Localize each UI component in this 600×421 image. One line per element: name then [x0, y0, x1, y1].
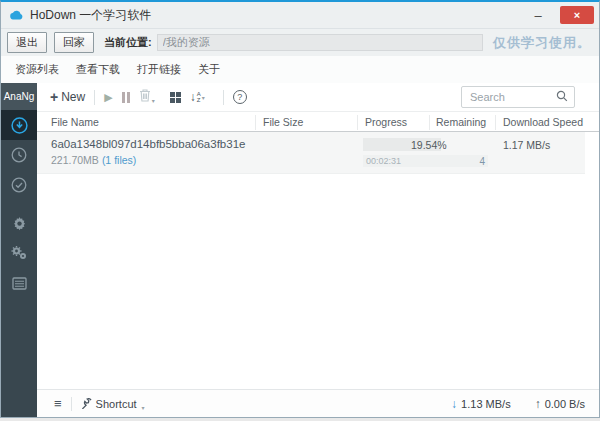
gears-icon — [11, 246, 28, 261]
main-content: + New ▶ ▾ ↓ AZ — [37, 83, 599, 417]
help-icon: ? — [233, 90, 247, 104]
location-field[interactable] — [157, 34, 483, 51]
new-task-label: New — [61, 90, 85, 104]
sort-az-icon: ↓ AZ — [190, 91, 201, 103]
gear-icon — [12, 216, 27, 231]
column-file-name[interactable]: File Name — [51, 116, 99, 128]
column-divider — [495, 115, 496, 130]
progress-substrip: 00:02:31 4 — [363, 155, 488, 167]
help-button[interactable]: ? — [233, 90, 247, 104]
global-upload-rate: ↑ 0.00 B/s — [535, 398, 585, 410]
search-icon — [556, 88, 568, 106]
clock-icon — [11, 147, 27, 163]
pause-button[interactable] — [122, 92, 130, 103]
progress-percent: 19.54% — [411, 139, 447, 151]
view-mode-button[interactable] — [170, 92, 181, 103]
sidebar-item-downloads[interactable] — [1, 110, 37, 140]
shortcut-label: Shortcut — [96, 398, 137, 410]
shortcut-button[interactable]: Shortcut ▾ — [81, 395, 145, 413]
column-divider — [255, 115, 256, 130]
download-speed-value: 1.17 MB/s — [503, 139, 550, 151]
menu-item-resource-list[interactable]: 资源列表 — [11, 62, 63, 77]
app-window: HoDown 一个学习软件 – × 退出 回家 当前位置: 仅供学习使用。 资源… — [0, 0, 600, 418]
column-remaining[interactable]: Remaining — [436, 116, 486, 128]
wrench-icon — [81, 395, 92, 413]
column-divider — [357, 115, 358, 130]
column-progress[interactable]: Progress — [365, 116, 407, 128]
menu-item-open-link[interactable]: 打开链接 — [133, 62, 185, 77]
sidebar: AnaNg — [1, 83, 37, 417]
sidebar-item-advanced-settings[interactable] — [1, 238, 37, 268]
new-task-button[interactable]: + New — [50, 90, 85, 104]
column-divider — [429, 115, 430, 130]
menu-bar: 资源列表 查看下载 打开链接 关于 — [1, 56, 599, 83]
sidebar-item-server[interactable] — [1, 268, 37, 298]
toolbar-separator — [94, 90, 95, 105]
column-download-speed[interactable]: Download Speed — [503, 116, 583, 128]
global-download-rate: ↓ 1.13 MB/s — [451, 398, 511, 410]
table-header: File Name File Size Progress Remaining D… — [37, 111, 599, 132]
status-bar: ≡ Shortcut ▾ ↓ 1.13 MB/s ↑ 0 — [37, 389, 599, 417]
file-name: 6a0a1348bl097d14bfb5bba06a3fb31e — [51, 138, 245, 150]
download-rate-value: 1.13 MB/s — [461, 398, 511, 410]
toolbar-separator — [223, 90, 224, 105]
plus-icon: + — [50, 90, 58, 104]
exit-button[interactable]: 退出 — [7, 32, 47, 53]
app-cloud-icon — [9, 6, 24, 24]
up-arrow-icon: ↑ — [535, 398, 541, 410]
search-input[interactable] — [468, 90, 556, 104]
sort-dropdown-caret: ▾ — [202, 94, 205, 101]
watermark-text: 仅供学习使用。 — [493, 34, 591, 52]
time-remaining: 00:02:31 — [366, 156, 401, 166]
trash-icon — [139, 88, 151, 106]
close-button[interactable]: × — [560, 6, 594, 24]
check-circle-icon — [11, 177, 27, 193]
download-circle-icon — [11, 117, 28, 134]
download-row[interactable]: 6a0a1348bl097d14bfb5bba06a3fb31e 221.70M… — [37, 132, 585, 174]
resume-button[interactable]: ▶ — [104, 92, 112, 103]
sidebar-item-completed[interactable] — [1, 170, 37, 200]
search-box — [461, 86, 575, 108]
down-arrow-icon: ↓ — [451, 398, 457, 410]
statusbar-rates: ↓ 1.13 MB/s ↑ 0.00 B/s — [451, 398, 585, 410]
location-label: 当前位置: — [104, 35, 152, 50]
minimize-button[interactable]: – — [524, 6, 552, 24]
app-body: AnaNg — [1, 83, 599, 417]
sidebar-item-history[interactable] — [1, 140, 37, 170]
menu-hamburger-icon[interactable]: ≡ — [54, 397, 62, 410]
file-size-value: 221.70MB — [51, 154, 99, 166]
sidebar-brand: AnaNg — [1, 83, 37, 110]
window-title: HoDown 一个学习软件 — [30, 7, 151, 24]
server-icon — [12, 277, 27, 290]
shortcut-dropdown-caret: ▾ — [142, 404, 145, 411]
menu-item-about[interactable]: 关于 — [194, 62, 224, 77]
pause-icon — [122, 92, 130, 103]
play-icon: ▶ — [104, 92, 112, 103]
sort-button[interactable]: ↓ AZ ▾ — [190, 91, 205, 103]
remaining-value: 4 — [479, 156, 485, 167]
title-bar: HoDown 一个学习软件 – × — [1, 2, 599, 28]
download-list: 6a0a1348bl097d14bfb5bba06a3fb31e 221.70M… — [37, 132, 599, 389]
home-button[interactable]: 回家 — [54, 32, 94, 53]
column-file-size[interactable]: File Size — [263, 116, 303, 128]
sidebar-item-settings[interactable] — [1, 208, 37, 238]
menu-item-view-downloads[interactable]: 查看下载 — [72, 62, 124, 77]
command-bar: 退出 回家 当前位置: 仅供学习使用。 — [1, 28, 599, 56]
toolbar: + New ▶ ▾ ↓ AZ — [37, 83, 599, 111]
statusbar-separator — [71, 397, 72, 411]
delete-dropdown-caret: ▾ — [152, 97, 155, 104]
file-size-line: 221.70MB(1 files) — [51, 154, 136, 166]
delete-button[interactable]: ▾ — [139, 88, 155, 106]
file-count[interactable]: (1 files) — [102, 154, 136, 166]
grid-view-icon — [170, 92, 181, 103]
upload-rate-value: 0.00 B/s — [545, 398, 585, 410]
